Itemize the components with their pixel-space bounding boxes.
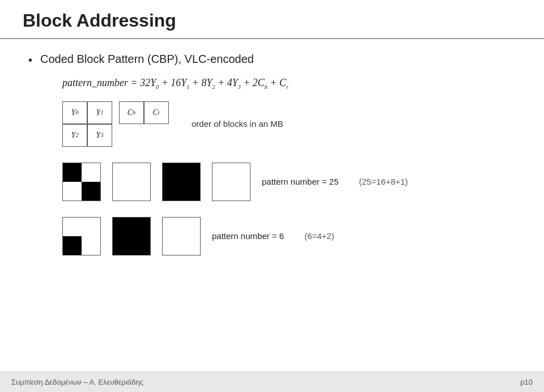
pattern-block-y0-2 xyxy=(62,217,101,255)
footer-right: p10 xyxy=(520,378,533,386)
pattern-block-cr-1 xyxy=(212,163,250,201)
order-label: order of blocks in an MB xyxy=(192,119,283,129)
bullet-text-1: Coded Block Pattern (CBP), VLC-encoded xyxy=(40,53,254,66)
block-order-grid: Y0 Y1 Cb Cr Y2 Y3 xyxy=(62,101,169,147)
pattern-row-1: pattern number = 25 (25=16+8+1) xyxy=(62,163,516,201)
pattern-block-cb-1 xyxy=(162,163,201,201)
block-order-row: Y0 Y1 Cb Cr Y2 Y3 order of blocks in an … xyxy=(62,101,516,147)
pattern2-desc: (6=4+2) xyxy=(304,231,334,241)
bullet-item-1: • Coded Block Pattern (CBP), VLC-encoded xyxy=(28,53,516,67)
main-content: • Coded Block Pattern (CBP), VLC-encoded… xyxy=(0,39,544,269)
cell-y0: Y0 xyxy=(62,101,87,124)
page-footer: Συμπίεση Δεδομένων – Α. Ελευθεριάδης p10 xyxy=(0,372,544,392)
pattern2-label: pattern number = 6 xyxy=(212,231,284,241)
cell-cr: Cr xyxy=(144,101,169,124)
cell-y2: Y2 xyxy=(62,124,87,147)
cell-y3: Y3 xyxy=(87,124,112,147)
diagrams-area: Y0 Y1 Cb Cr Y2 Y3 order of blocks in an … xyxy=(62,101,516,255)
pattern1-label: pattern number = 25 xyxy=(262,177,339,186)
cell-y1: Y1 xyxy=(87,101,112,124)
pattern-block-y1-1 xyxy=(112,163,151,201)
pattern-row-2: pattern number = 6 (6=4+2) xyxy=(62,217,516,255)
bullet-dot: • xyxy=(28,54,32,67)
pattern-block-cb-2 xyxy=(112,217,151,255)
pattern-block-y0-1 xyxy=(62,163,101,201)
footer-left: Συμπίεση Δεδομένων – Α. Ελευθεριάδης xyxy=(11,378,143,386)
cell-cb: Cb xyxy=(119,101,144,124)
pattern-block-cr-2 xyxy=(162,217,201,255)
pattern1-desc: (25=16+8+1) xyxy=(359,177,408,186)
page-title: Block Addressing xyxy=(23,10,176,31)
page-header: Block Addressing xyxy=(0,0,544,39)
formula-text: pattern_number = 32Y0 + 16Y1 + 8Y2 + 4Y3… xyxy=(62,77,288,88)
formula-area: pattern_number = 32Y0 + 16Y1 + 8Y2 + 4Y3… xyxy=(62,77,516,90)
